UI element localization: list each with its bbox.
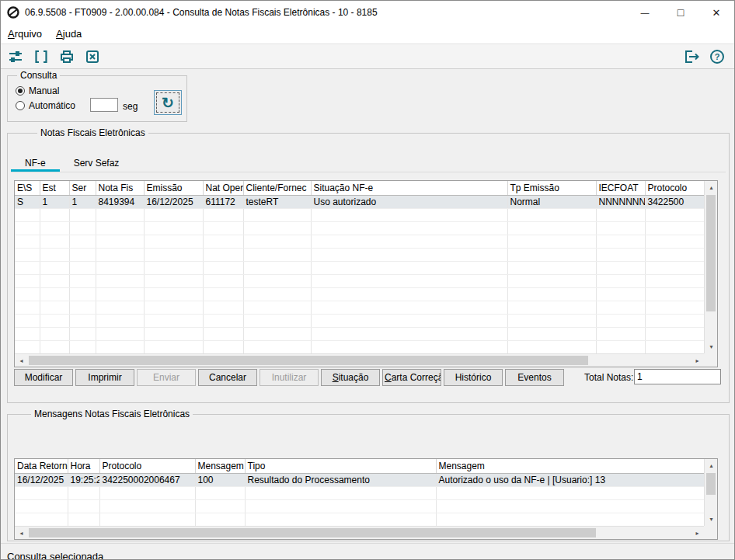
column-header[interactable]: Ser xyxy=(69,181,96,195)
column-header[interactable]: Emissão xyxy=(144,181,203,195)
column-header[interactable]: Situação NF-e xyxy=(311,181,507,195)
grid-cell xyxy=(69,261,96,274)
historico-button[interactable]: Histórico xyxy=(444,369,503,386)
notas-legend: Notas Fiscais Eletrônicas xyxy=(37,127,148,138)
grid-cell xyxy=(68,499,99,513)
scroll-down-button[interactable] xyxy=(705,513,718,526)
radio-automatico-circle[interactable] xyxy=(16,101,25,110)
grid-cell xyxy=(68,486,99,499)
range-brackets-icon[interactable] xyxy=(30,47,52,66)
interval-seconds-input[interactable] xyxy=(90,98,118,112)
column-header[interactable]: Mensagem xyxy=(195,459,245,473)
column-header[interactable]: Hora xyxy=(68,459,99,473)
grid-cell[interactable]: 1 xyxy=(69,195,96,208)
grid-cell[interactable]: 611172 xyxy=(203,195,243,208)
column-header[interactable]: IECFOAT xyxy=(596,181,645,195)
scroll-right-button[interactable] xyxy=(691,527,704,540)
modificar-button[interactable]: Modificar xyxy=(14,369,73,386)
grid-cell[interactable]: Uso autorizado xyxy=(311,195,507,208)
sliders-icon[interactable] xyxy=(5,47,26,66)
refresh-button[interactable] xyxy=(154,90,182,115)
print-icon[interactable] xyxy=(56,47,78,66)
grid-cell[interactable]: Autorizado o uso da NF-e | [Usuario:] 13 xyxy=(436,473,704,486)
column-header[interactable]: Protocolo xyxy=(645,181,704,195)
empty-row xyxy=(15,287,704,301)
maximize-button[interactable] xyxy=(663,1,698,24)
situacao-button[interactable]: Situação xyxy=(321,369,380,386)
scrollbar-thumb[interactable] xyxy=(29,356,588,365)
column-header[interactable]: Cliente/Fornec xyxy=(243,181,311,195)
grid-cell xyxy=(243,340,311,353)
grid-cell xyxy=(144,327,203,340)
grid-cell[interactable]: 8419394 xyxy=(96,195,144,208)
grid-cell[interactable]: NNNNNNNN xyxy=(596,195,645,208)
imprimir-button[interactable]: Imprimir xyxy=(75,369,134,386)
grid-cell[interactable]: Resultado do Processamento xyxy=(245,473,436,486)
scroll-right-button[interactable] xyxy=(691,354,704,367)
grid-cell[interactable]: 342250002006467 xyxy=(99,473,195,486)
cancelar-button[interactable]: Cancelar xyxy=(198,369,257,386)
grid-cell[interactable]: 16/12/2025 xyxy=(15,473,68,486)
column-header[interactable]: Data Retorno xyxy=(15,459,68,473)
tab-nfe[interactable]: NF-e xyxy=(11,154,60,172)
column-header[interactable]: Tipo xyxy=(245,459,436,473)
minimize-button[interactable] xyxy=(627,1,663,24)
column-header[interactable]: Tp Emissão xyxy=(507,181,596,195)
empty-row xyxy=(15,327,704,340)
grid-cell[interactable]: 3422500 xyxy=(645,195,704,208)
menu-arquivo[interactable]: Arquivo xyxy=(1,26,49,42)
column-header[interactable]: Est xyxy=(40,181,69,195)
scroll-left-button[interactable] xyxy=(15,354,28,367)
scroll-down-button[interactable] xyxy=(705,340,718,353)
horizontal-scrollbar[interactable] xyxy=(15,353,704,367)
grid-cell[interactable]: 1 xyxy=(40,195,69,208)
scrollbar-thumb[interactable] xyxy=(29,528,596,537)
radio-manual[interactable]: Manual xyxy=(16,85,59,96)
help-icon[interactable]: ? xyxy=(706,47,728,66)
grid-cell xyxy=(15,287,40,301)
vertical-scrollbar[interactable] xyxy=(704,459,717,526)
scroll-up-button[interactable] xyxy=(705,459,718,472)
column-header[interactable]: Mensagem xyxy=(436,459,704,473)
total-notas-input[interactable] xyxy=(634,369,721,384)
grid-cell[interactable]: 100 xyxy=(195,473,245,486)
grid-cell xyxy=(96,221,144,235)
grid-cell[interactable]: 16/12/2025 xyxy=(144,195,203,208)
scroll-up-button[interactable] xyxy=(705,181,718,194)
horizontal-scrollbar[interactable] xyxy=(15,526,704,539)
column-header[interactable]: Nota Fis xyxy=(96,181,144,195)
grid-cell xyxy=(40,274,69,287)
exit-icon[interactable] xyxy=(681,47,702,66)
column-header[interactable]: E\S xyxy=(15,181,40,195)
tab-serv-sefaz[interactable]: Serv Sefaz xyxy=(60,154,134,172)
radio-manual-circle[interactable] xyxy=(16,86,25,96)
table-row[interactable]: S11841939416/12/2025611172testeRTUso aut… xyxy=(15,195,704,208)
grid-cell[interactable]: 19:25:27 xyxy=(68,473,99,486)
column-header[interactable]: Nat Oper xyxy=(203,181,243,195)
grid-cell xyxy=(203,314,243,327)
grid-cell[interactable]: S xyxy=(15,195,40,208)
seg-label: seg xyxy=(123,101,138,112)
grid-cell[interactable]: testeRT xyxy=(243,195,311,208)
close-button[interactable] xyxy=(698,1,734,24)
scrollbar-thumb[interactable] xyxy=(706,195,716,311)
grid-cell xyxy=(507,274,596,287)
grid-cell xyxy=(243,208,311,221)
menu-ajuda[interactable]: Ajuda xyxy=(49,26,89,42)
carta-correcao-button[interactable]: Carta Correção xyxy=(382,369,441,386)
radio-automatico[interactable]: Automático xyxy=(16,100,75,111)
eventos-button[interactable]: Eventos xyxy=(505,369,564,386)
vertical-scrollbar[interactable] xyxy=(704,181,717,353)
total-notas-label: Total Notas: xyxy=(584,372,633,383)
scroll-left-button[interactable] xyxy=(15,527,28,540)
grid-cell xyxy=(311,327,507,340)
empty-row xyxy=(15,340,704,353)
grid-cell[interactable]: Normal xyxy=(507,195,596,208)
grid-cell xyxy=(596,287,645,301)
table-row[interactable]: 16/12/202519:25:27342250002006467100Resu… xyxy=(15,473,704,486)
scrollbar-thumb[interactable] xyxy=(706,473,716,495)
status-bar: Consulta selecionada xyxy=(1,543,734,559)
delete-icon[interactable] xyxy=(82,47,103,66)
column-header[interactable]: Protocolo xyxy=(99,459,195,473)
grid-cell xyxy=(243,274,311,287)
